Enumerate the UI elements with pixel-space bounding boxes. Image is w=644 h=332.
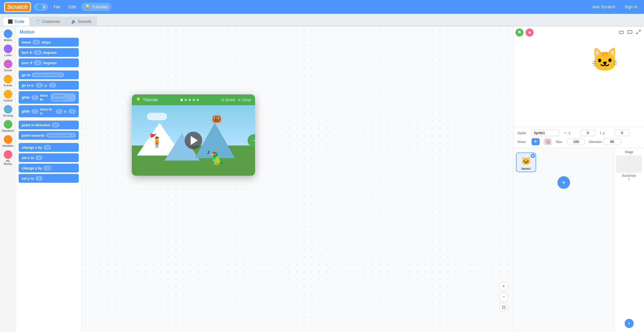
- sensing-circle: [4, 105, 12, 114]
- block-point_dir[interactable]: point in direction 90: [19, 121, 79, 129]
- svg-rect-1: [628, 30, 632, 33]
- tutorial-header: 💡 Tutorials ⊡ Shrink ✕ Close: [132, 94, 255, 105]
- variables-label: Variables: [2, 144, 14, 147]
- tab-costumes[interactable]: 👕 Costumes: [30, 17, 65, 26]
- operators-label: Operators: [2, 129, 14, 132]
- join-scratch-button[interactable]: Join Scratch: [589, 3, 618, 11]
- block-move[interactable]: move 10 steps: [19, 38, 79, 47]
- edit-menu[interactable]: Edit: [66, 3, 78, 11]
- block-go_to_xy[interactable]: go to x: 0 y: 0: [19, 81, 79, 90]
- block-turn_cw[interactable]: turn ↻ 15 degrees: [19, 48, 79, 57]
- category-operators[interactable]: Operators: [1, 119, 15, 133]
- block-change_y[interactable]: change y by 10: [19, 164, 79, 172]
- category-motion[interactable]: Motion: [1, 28, 15, 43]
- file-menu[interactable]: File: [51, 3, 63, 11]
- looks-circle: [4, 45, 12, 53]
- show-visible-button[interactable]: 👁: [532, 138, 540, 145]
- fit-button[interactable]: ⊡: [499, 303, 508, 312]
- tutorials-button[interactable]: 💡 Tutorials: [81, 3, 111, 11]
- tutorial-video-area: 🧍 🚩 🦜 👜 ♪ →: [132, 105, 255, 176]
- sprite-name-input[interactable]: [532, 130, 559, 136]
- shrink-button[interactable]: ⊡ Shrink: [221, 98, 235, 102]
- x-input[interactable]: [580, 130, 595, 136]
- sound-label: Sound: [4, 69, 12, 72]
- tutorial-dot-3[interactable]: [192, 99, 195, 101]
- shrink-icon: ⊡: [221, 98, 224, 102]
- svg-rect-0: [620, 31, 623, 34]
- code-grid: [82, 26, 513, 332]
- sign-in-button[interactable]: Sign in: [622, 3, 640, 11]
- events-circle: [4, 75, 12, 83]
- stage-thumbnail[interactable]: [616, 155, 642, 173]
- category-variables[interactable]: Variables: [1, 134, 15, 148]
- block-set_y[interactable]: set y to 0: [19, 174, 79, 183]
- tutorial-popup: 💡 Tutorials ⊡ Shrink ✕ Close: [132, 94, 255, 176]
- green-flag-button[interactable]: ⚑: [515, 28, 524, 36]
- fullscreen-button[interactable]: [635, 28, 642, 36]
- zoom-out-button[interactable]: −: [499, 292, 508, 301]
- tutorial-dot-2[interactable]: [188, 99, 191, 101]
- globe-icon: 🌐: [37, 5, 42, 9]
- tab-bar: ⬛ Code 👕 Costumes 🔊 Sounds: [0, 14, 644, 26]
- zoom-in-button[interactable]: +: [499, 282, 508, 291]
- tutorial-header-right: ⊡ Shrink ✕ Close: [221, 98, 251, 102]
- sound-circle: [4, 60, 12, 68]
- show-hidden-button[interactable]: 🚫: [544, 138, 552, 145]
- stop-button[interactable]: ■: [526, 28, 534, 36]
- direction-input[interactable]: [603, 138, 621, 145]
- sensing-label: Sensing: [3, 114, 13, 117]
- direction-label: Direction: [589, 140, 602, 144]
- category-control[interactable]: Control: [1, 89, 15, 103]
- category-events[interactable]: Events: [1, 74, 15, 88]
- events-label: Events: [4, 84, 12, 87]
- block-change_x[interactable]: change x by 10: [19, 143, 79, 152]
- flag-icon: ⚑: [517, 30, 521, 35]
- stage-right-panel: Stage Backdrops 1 +: [614, 148, 644, 332]
- y-icon: ↕: [599, 131, 601, 135]
- close-icon: ✕: [238, 98, 241, 102]
- block-glide1[interactable]: glide 1 secs to random position ▾: [19, 91, 79, 104]
- code-area[interactable]: 💡 Tutorials ⊡ Shrink ✕ Close: [82, 26, 513, 332]
- block-set_x[interactable]: set x to 0: [19, 153, 79, 162]
- sprite-delete-button[interactable]: 🗑: [531, 154, 535, 158]
- motion-label: Motion: [4, 39, 12, 42]
- sprite-item[interactable]: 🗑 🐱 Sprite1: [516, 153, 536, 172]
- category-myblocks[interactable]: My Blocks: [1, 149, 15, 166]
- close-button[interactable]: ✕ Close: [238, 98, 251, 102]
- block-categories: Motion Looks Sound Events Control Sensin…: [0, 26, 16, 332]
- globe-button[interactable]: 🌐 ▾: [34, 3, 48, 11]
- add-sprite-button[interactable]: +: [557, 176, 570, 189]
- add-backdrop-button[interactable]: +: [625, 319, 634, 328]
- category-sound[interactable]: Sound: [1, 59, 15, 73]
- control-circle: [4, 90, 12, 98]
- control-label: Control: [4, 99, 12, 102]
- large-stage-button[interactable]: [626, 28, 633, 36]
- small-stage-button[interactable]: [618, 28, 625, 36]
- scratch-logo[interactable]: Scratch: [4, 2, 31, 12]
- x-coord-group: ↔ x: [563, 130, 595, 136]
- sprite-row: Sprite ↔ x ↕ y: [517, 130, 640, 136]
- block-glide2[interactable]: glide 1 secs to x: 0 y: 0: [19, 105, 79, 117]
- y-input[interactable]: [615, 130, 630, 136]
- variables-circle: [4, 135, 12, 144]
- myblocks-label: My Blocks: [2, 159, 14, 165]
- category-sensing[interactable]: Sensing: [1, 104, 15, 118]
- direction-group: Direction: [589, 138, 621, 145]
- tab-sounds[interactable]: 🔊 Sounds: [66, 17, 97, 26]
- tutorial-dots: [180, 99, 199, 101]
- tutorial-dot-4[interactable]: [196, 99, 199, 101]
- eye-slash-icon: 🚫: [546, 140, 550, 144]
- tab-code[interactable]: ⬛ Code: [3, 17, 30, 26]
- block-go_to[interactable]: go to random position ▾: [19, 70, 79, 79]
- play-button[interactable]: [185, 132, 202, 149]
- category-looks[interactable]: Looks: [1, 44, 15, 58]
- top-nav: Scratch 🌐 ▾ File Edit 💡 Tutorials Join S…: [0, 0, 644, 14]
- block-turn_ccw[interactable]: turn ↺ 15 degrees: [19, 58, 79, 67]
- block-point_towards[interactable]: point towards mouse-pointer ▾: [19, 131, 79, 140]
- sprite-item-label: Sprite1: [518, 167, 534, 170]
- tutorial-dot-0[interactable]: [180, 99, 183, 101]
- looks-label: Looks: [4, 54, 12, 57]
- tutorial-dot-1[interactable]: [184, 99, 187, 101]
- y-coord-group: ↕ y: [599, 130, 630, 136]
- size-input[interactable]: [567, 138, 585, 145]
